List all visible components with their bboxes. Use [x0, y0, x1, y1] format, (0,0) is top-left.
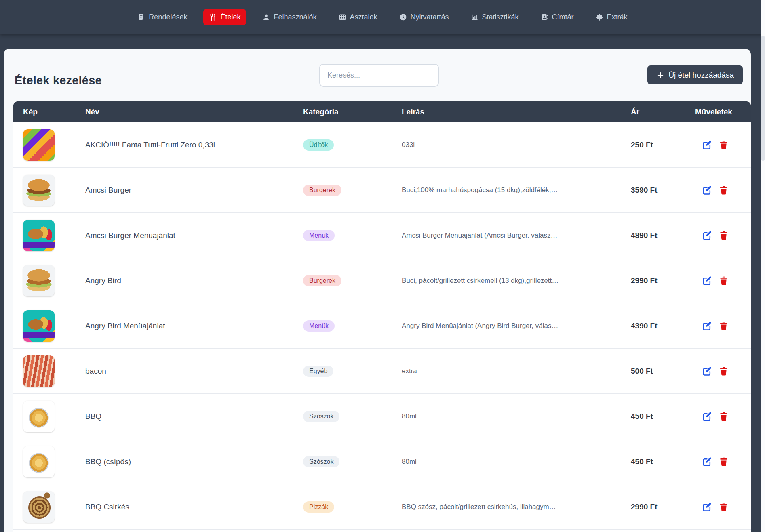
food-price: 4390 Ft — [631, 322, 695, 330]
card-header: Ételek kezelése Új étel hozzáadása — [4, 49, 751, 101]
nav-item-felhasznalok[interactable]: Felhasználók — [257, 9, 322, 25]
food-name: Angry Bird Menüajánlat — [85, 322, 303, 330]
foods-table: Kép Név Kategória Leírás Ár Műveletek AK… — [13, 101, 751, 532]
scrollbar-thumb[interactable] — [761, 36, 765, 161]
category-badge: Szószok — [303, 411, 339, 422]
clock-icon — [399, 13, 407, 21]
nav-item-asztalok[interactable]: Asztalok — [333, 9, 383, 25]
food-image — [23, 129, 55, 161]
delete-button[interactable] — [718, 275, 729, 286]
food-name: AKCIÓ!!!!! Fanta Tutti-Frutti Zero 0,33l — [85, 141, 303, 149]
nav-item-cimtar[interactable]: Címtár — [535, 9, 580, 25]
food-image — [23, 446, 55, 477]
nav-item-extrak[interactable]: Extrák — [590, 9, 633, 25]
nav-item-etelek[interactable]: Ételek — [203, 9, 246, 25]
nav-label: Asztalok — [350, 13, 377, 21]
food-description: extra — [402, 367, 631, 375]
search-input[interactable] — [319, 64, 439, 87]
nav-item-nyitvatartas[interactable]: Nyitvatartás — [394, 9, 455, 25]
food-description: Buci, pácolt/grillezett csirkemell (13 d… — [402, 277, 631, 285]
delete-button[interactable] — [718, 366, 729, 376]
edit-button[interactable] — [702, 230, 712, 241]
edit-button[interactable] — [702, 456, 712, 467]
table-row: Angry Bird Menüajánlat Menük Angry Bird … — [13, 303, 751, 349]
nav-label: Nyitvatartás — [411, 13, 449, 21]
category-badge: Menük — [303, 320, 335, 332]
edit-button[interactable] — [702, 185, 712, 196]
food-image — [23, 175, 55, 206]
category-badge: Szószok — [303, 456, 339, 467]
category-badge: Menük — [303, 230, 335, 241]
column-header-muveletek: Műveletek — [695, 107, 751, 116]
delete-button[interactable] — [718, 320, 729, 331]
food-price: 250 Ft — [631, 141, 695, 149]
puzzle-icon — [596, 13, 603, 21]
add-food-button[interactable]: Új étel hozzáadása — [647, 65, 743, 84]
plus-icon — [656, 71, 664, 79]
nav-label: Rendelések — [149, 13, 187, 21]
table-grid-icon — [339, 13, 346, 21]
food-image — [23, 220, 55, 251]
nav-label: Felhasználók — [274, 13, 316, 21]
edit-button[interactable] — [702, 411, 712, 422]
nav-label: Extrák — [607, 13, 628, 21]
food-price: 450 Ft — [631, 457, 695, 466]
food-image — [23, 310, 55, 342]
top-nav: Rendelések Ételek Felhasználók Asztalok … — [0, 0, 765, 34]
user-icon — [262, 13, 270, 21]
table-row: Amcsi Burger Burgerek Buci,100% marhahús… — [13, 168, 751, 213]
food-price: 500 Ft — [631, 367, 695, 376]
chart-icon — [471, 13, 478, 21]
nav-label: Ételek — [220, 13, 240, 21]
food-description: Amcsi Burger Menüajánlat (Amcsi Burger, … — [402, 231, 631, 240]
delete-button[interactable] — [718, 456, 729, 467]
food-image — [23, 355, 55, 387]
delete-button[interactable] — [718, 411, 729, 422]
edit-button[interactable] — [702, 501, 712, 512]
receipt-icon — [137, 13, 145, 21]
category-badge: Üdítők — [303, 139, 334, 151]
food-price: 4890 Ft — [631, 231, 695, 240]
edit-button[interactable] — [702, 320, 712, 331]
add-food-button-label: Új étel hozzáadása — [668, 71, 734, 80]
food-price: 3590 Ft — [631, 186, 695, 195]
edit-button[interactable] — [702, 275, 712, 286]
nav-item-statisztikak[interactable]: Statisztikák — [465, 9, 525, 25]
utensils-icon — [209, 13, 217, 21]
food-image — [23, 265, 55, 296]
table-row: AKCIÓ!!!!! Fanta Tutti-Frutti Zero 0,33l… — [13, 122, 751, 168]
category-badge: Burgerek — [303, 185, 341, 196]
delete-button[interactable] — [718, 139, 729, 150]
column-header-nev: Név — [85, 107, 303, 116]
food-name: Amcsi Burger Menüajánlat — [85, 231, 303, 240]
table-row: Amcsi Burger Menüajánlat Menük Amcsi Bur… — [13, 213, 751, 258]
food-image — [23, 401, 55, 432]
table-row: BBQ Csirkés Pizzák BBQ szósz, pácolt/gri… — [13, 484, 751, 530]
nav-item-rendelesek[interactable]: Rendelések — [132, 9, 193, 25]
page-title: Ételek kezelése — [15, 74, 102, 87]
delete-button[interactable] — [718, 185, 729, 196]
scrollbar[interactable] — [761, 0, 765, 532]
nav-label: Címtár — [552, 13, 574, 21]
food-description: Angry Bird Menüajánlat (Angry Bird Burge… — [402, 322, 631, 330]
food-price: 450 Ft — [631, 412, 695, 421]
food-name: BBQ — [85, 412, 303, 421]
column-header-kategoria: Kategória — [303, 107, 402, 116]
table-row: BBQ Szószok 80ml 450 Ft — [13, 394, 751, 439]
column-header-kep: Kép — [13, 107, 85, 116]
food-description: Buci,100% marhahúspogácsa (15 dkg),zöldf… — [402, 186, 631, 194]
food-description: 80ml — [402, 458, 631, 466]
edit-button[interactable] — [702, 366, 712, 376]
table-row: bacon Egyéb extra 500 Ft — [13, 349, 751, 394]
food-description: 033l — [402, 141, 631, 149]
delete-button[interactable] — [718, 230, 729, 241]
category-badge: Burgerek — [303, 275, 341, 286]
delete-button[interactable] — [718, 501, 729, 512]
food-name: Angry Bird — [85, 276, 303, 285]
table-row: Angry Bird Burgerek Buci, pácolt/grillez… — [13, 258, 751, 303]
food-name: bacon — [85, 367, 303, 376]
category-badge: Egyéb — [303, 366, 333, 377]
edit-button[interactable] — [702, 139, 712, 150]
food-price: 2990 Ft — [631, 503, 695, 511]
next-row-partial — [13, 530, 751, 532]
